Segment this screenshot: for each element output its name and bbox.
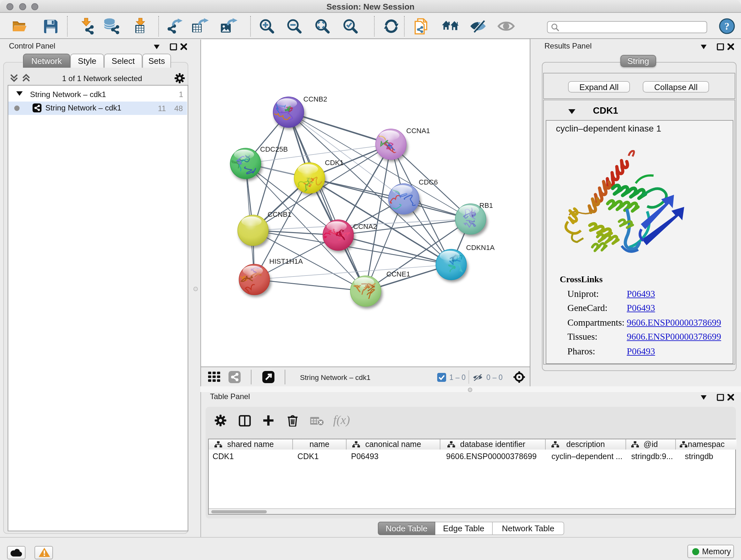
svg-text:CCNE1: CCNE1: [387, 270, 410, 278]
svg-text:CDK1: CDK1: [325, 159, 344, 167]
svg-text:CCNB1: CCNB1: [268, 210, 292, 219]
svg-text:CCNA1: CCNA1: [406, 127, 430, 135]
svg-text:CCNA2: CCNA2: [353, 223, 377, 231]
svg-text:CDC6: CDC6: [419, 178, 438, 186]
svg-text:CDKN1A: CDKN1A: [466, 244, 495, 252]
svg-text:CDC25B: CDC25B: [260, 145, 288, 153]
svg-text:?: ?: [724, 20, 730, 32]
svg-text:HIST1H1A: HIST1H1A: [269, 257, 303, 265]
svg-text:RB1: RB1: [479, 201, 493, 209]
svg-text:CCNB2: CCNB2: [304, 95, 327, 103]
